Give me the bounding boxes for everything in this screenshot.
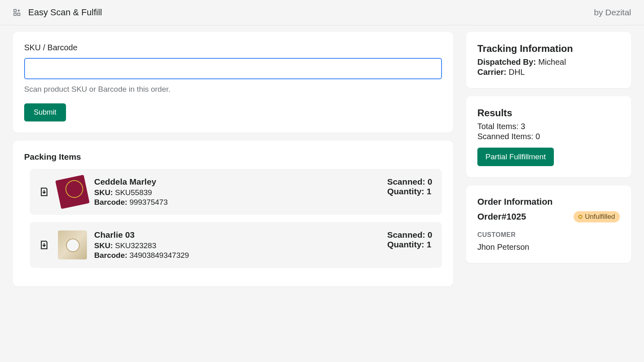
svg-rect-0 [14, 10, 17, 12]
sku-hint: Scan product SKU or Barcode in this orde… [24, 85, 442, 94]
svg-rect-1 [18, 13, 20, 16]
product-stats: Scanned: 0 Quantity: 1 [387, 230, 432, 249]
order-card: Order Information Order#1025 Unfulfilled… [466, 185, 631, 263]
vendor-text: by Dezital [594, 8, 631, 17]
tracking-title: Tracking Information [477, 43, 620, 54]
tracking-card: Tracking Information Dispatched By: Mich… [466, 32, 631, 88]
download-icon[interactable] [39, 186, 51, 197]
packing-card: Packing Items Ceddela Marley SKU: SKU558… [13, 141, 453, 286]
product-thumbnail [58, 230, 87, 259]
carrier: Carrier: DHL [477, 68, 620, 77]
order-info-title: Order Information [477, 197, 620, 207]
results-card: Results Total Items: 3 Scanned Items: 0 … [466, 96, 631, 177]
packing-title: Packing Items [24, 152, 442, 162]
app-title: Easy Scan & Fulfill [28, 7, 102, 18]
product-thumbnail [55, 175, 89, 209]
partial-fulfillment-button[interactable]: Partial Fullfillment [477, 148, 554, 166]
customer-label: CUSTOMER [477, 231, 620, 239]
customer-name: Jhon Peterson [477, 243, 620, 252]
app-header: Easy Scan & Fulfill by Dezital [0, 0, 644, 25]
download-icon[interactable] [39, 239, 51, 251]
order-number: Order#1025 [477, 212, 526, 222]
status-dot-icon [578, 215, 582, 219]
product-name: Charlie 03 [94, 230, 380, 240]
total-items: Total Items: 3 [477, 122, 620, 131]
product-name: Ceddela Marley [94, 177, 380, 187]
dispatched-by: Dispatched By: Micheal [477, 58, 620, 67]
svg-rect-2 [14, 13, 17, 16]
product-barcode: Barcode: 34903849347329 [94, 251, 380, 260]
product-sku: SKU: SKU55839 [94, 188, 380, 197]
status-badge: Unfulfilled [574, 211, 620, 222]
sku-label: SKU / Barcode [24, 43, 442, 52]
scanned-items: Scanned Items: 0 [477, 132, 620, 141]
results-title: Results [477, 107, 620, 119]
product-sku: SKU: SKU323283 [94, 241, 380, 250]
packing-item: Ceddela Marley SKU: SKU55839 Barcode: 99… [30, 169, 442, 215]
app-grid-icon [13, 8, 21, 16]
submit-button[interactable]: Submit [24, 103, 66, 121]
packing-item: Charlie 03 SKU: SKU323283 Barcode: 34903… [30, 222, 442, 268]
product-stats: Scanned: 0 Quantity: 1 [387, 177, 432, 196]
product-barcode: Barcode: 999375473 [94, 198, 380, 207]
scan-card: SKU / Barcode Scan product SKU or Barcod… [13, 32, 453, 133]
sku-input[interactable] [24, 58, 442, 79]
